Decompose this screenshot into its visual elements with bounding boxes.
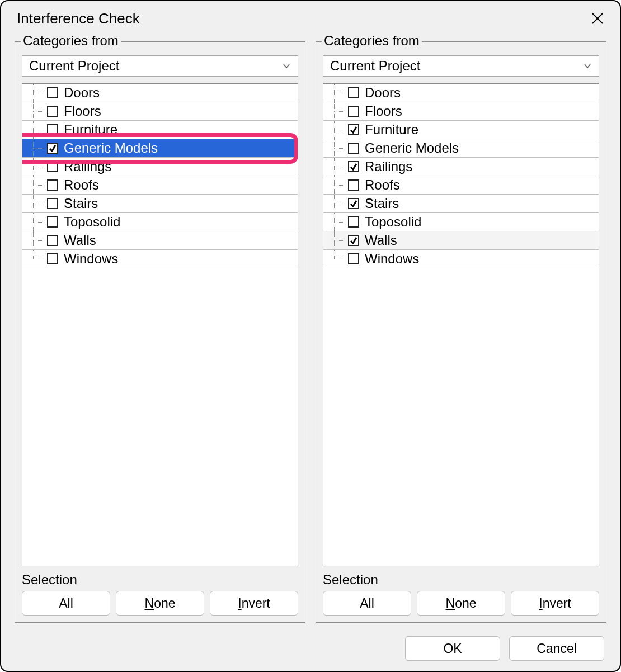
left-category-checkbox[interactable] (47, 216, 58, 228)
right-category-label: Furniture (365, 122, 418, 138)
tree-line-icon (331, 102, 348, 120)
left-category-checkbox[interactable] (47, 235, 58, 246)
left-none-button[interactable]: None (116, 591, 204, 616)
tree-line-icon (331, 158, 348, 176)
right-category-checkbox[interactable] (348, 87, 359, 98)
dialog-footer: OK Cancel (1, 626, 620, 671)
right-invert-button[interactable]: Invert (511, 591, 599, 616)
left-category-checkbox[interactable] (47, 198, 58, 209)
right-category-item[interactable]: Toposolid (323, 213, 599, 231)
left-category-item[interactable]: Railings (22, 158, 298, 176)
left-category-label: Windows (64, 251, 118, 267)
right-source-dropdown[interactable]: Current Project (323, 55, 599, 77)
right-category-checkbox[interactable] (348, 124, 359, 135)
close-icon (591, 12, 604, 25)
button-label-post: one (154, 596, 175, 611)
right-panel-legend: Categories from (322, 33, 422, 49)
left-category-item[interactable]: Floors (22, 102, 298, 121)
left-all-button[interactable]: All (22, 591, 110, 616)
left-category-list[interactable]: DoorsFloorsFurnitureGeneric ModelsRailin… (22, 83, 298, 566)
titlebar: Interference Check (1, 1, 620, 36)
right-category-item[interactable]: Floors (323, 102, 599, 121)
right-category-checkbox[interactable] (348, 235, 359, 246)
left-category-item[interactable]: Windows (22, 250, 298, 268)
chevron-down-icon (583, 61, 592, 70)
left-category-label: Walls (64, 233, 96, 248)
button-label-post: nvert (242, 596, 270, 611)
left-category-checkbox[interactable] (47, 106, 58, 117)
right-category-checkbox[interactable] (348, 216, 359, 228)
right-category-checkbox[interactable] (348, 161, 359, 172)
right-category-label: Railings (365, 159, 412, 174)
left-category-label: Furniture (64, 122, 117, 138)
left-category-item[interactable]: Toposolid (22, 213, 298, 231)
button-label-pre: N (446, 596, 455, 611)
right-category-checkbox[interactable] (348, 253, 359, 264)
left-source-dropdown[interactable]: Current Project (22, 55, 298, 77)
tree-line-icon (30, 102, 47, 120)
left-category-item[interactable]: Furniture (22, 121, 298, 139)
left-selection-label: Selection (22, 572, 298, 588)
left-category-checkbox[interactable] (47, 87, 58, 98)
interference-check-dialog: Interference Check Categories from Curre… (0, 0, 621, 672)
tree-line-icon (331, 139, 348, 157)
left-category-checkbox[interactable] (47, 161, 58, 172)
left-category-label: Stairs (64, 196, 98, 211)
left-category-label: Toposolid (64, 214, 120, 230)
button-label-pre: N (145, 596, 154, 611)
right-category-label: Stairs (365, 196, 399, 211)
cancel-button[interactable]: Cancel (509, 636, 604, 661)
left-category-checkbox[interactable] (47, 253, 58, 264)
left-selection-buttons: All None Invert (22, 591, 298, 616)
right-category-item[interactable]: Stairs (323, 195, 599, 213)
tree-line-icon (30, 139, 47, 157)
right-selection-buttons: All None Invert (323, 591, 599, 616)
right-category-item[interactable]: Railings (323, 158, 599, 176)
button-label-post: one (455, 596, 476, 611)
left-category-item[interactable]: Roofs (22, 176, 298, 195)
right-category-item[interactable]: Windows (323, 250, 599, 268)
ok-button[interactable]: OK (405, 636, 500, 661)
left-category-label: Floors (64, 103, 101, 119)
left-category-item[interactable]: Walls (22, 231, 298, 250)
right-category-checkbox[interactable] (348, 143, 359, 154)
right-category-label: Generic Models (365, 140, 459, 156)
left-panel-legend: Categories from (21, 33, 121, 49)
button-label: All (59, 596, 73, 611)
right-category-label: Walls (365, 233, 397, 248)
right-category-item[interactable]: Furniture (323, 121, 599, 139)
left-dropdown-value: Current Project (29, 58, 119, 74)
tree-line-icon (30, 84, 47, 102)
close-button[interactable] (587, 8, 608, 29)
right-category-checkbox[interactable] (348, 179, 359, 191)
right-panel: Categories from Current Project DoorsFlo… (316, 41, 606, 623)
dialog-title: Interference Check (17, 10, 140, 27)
left-category-checkbox[interactable] (47, 179, 58, 191)
left-selection-group: Selection All None Invert (22, 572, 298, 616)
right-none-button[interactable]: None (417, 591, 505, 616)
right-category-item[interactable]: Generic Models (323, 139, 599, 158)
right-category-item[interactable]: Doors (323, 84, 599, 102)
left-category-label: Railings (64, 159, 111, 174)
button-label: Cancel (537, 641, 577, 656)
left-category-item[interactable]: Doors (22, 84, 298, 102)
left-category-checkbox[interactable] (47, 143, 58, 154)
left-invert-button[interactable]: Invert (210, 591, 298, 616)
left-category-label: Roofs (64, 177, 99, 193)
left-category-label: Generic Models (64, 140, 158, 156)
tree-line-icon (30, 250, 47, 268)
chevron-down-icon (282, 61, 291, 70)
left-category-item[interactable]: Generic Models (22, 139, 298, 158)
left-category-checkbox[interactable] (47, 124, 58, 135)
tree-line-icon (331, 176, 348, 194)
right-category-item[interactable]: Roofs (323, 176, 599, 195)
right-category-label: Roofs (365, 177, 400, 193)
tree-line-icon (331, 250, 348, 268)
right-all-button[interactable]: All (323, 591, 411, 616)
right-category-list[interactable]: DoorsFloorsFurnitureGeneric ModelsRailin… (323, 83, 599, 566)
right-category-checkbox[interactable] (348, 198, 359, 209)
right-category-checkbox[interactable] (348, 106, 359, 117)
tree-line-icon (30, 176, 47, 194)
left-category-item[interactable]: Stairs (22, 195, 298, 213)
right-category-item[interactable]: Walls (323, 231, 599, 250)
